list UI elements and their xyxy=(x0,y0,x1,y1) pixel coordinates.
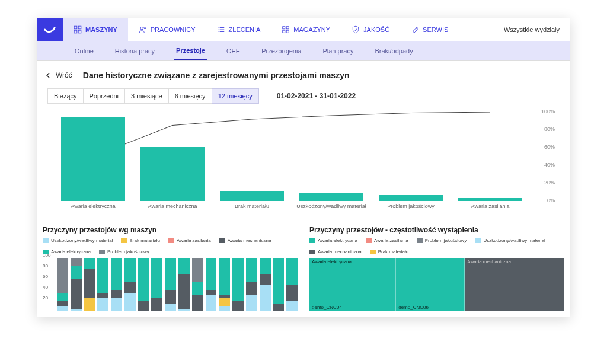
subnav-item[interactable]: Historia pracy xyxy=(113,43,157,59)
filter-bar: BieżącyPoprzedni3 miesiące6 miesięcy12 m… xyxy=(43,88,564,104)
svg-rect-15 xyxy=(287,30,289,33)
legend-item: Awaria zasilania xyxy=(366,238,408,243)
stacked-chart: 20406080100 xyxy=(43,258,298,311)
department-label: Wszystkie wydziały xyxy=(504,26,560,33)
stacked-column xyxy=(97,258,108,311)
x-label: Uszkodzony/wadliwy materiał xyxy=(292,201,371,209)
legend-item: Brak materiału xyxy=(121,238,160,243)
subnav-item[interactable]: OEE xyxy=(224,43,242,59)
shield-icon xyxy=(352,25,360,34)
page-title: Dane historyczne związane z zarejestrowa… xyxy=(83,71,350,80)
nav-label: MASZYNY xyxy=(85,26,117,33)
legend-item: Problem jakościowy xyxy=(99,249,149,254)
title-bar: Wróć Dane historyczne związane z zarejes… xyxy=(43,71,564,80)
back-label: Wróć xyxy=(56,71,72,79)
x-label: Awaria zasilania xyxy=(451,201,530,209)
legend-treemap: Awaria elektrycznaAwaria zasilaniaProble… xyxy=(309,238,564,254)
svg-rect-14 xyxy=(283,30,285,33)
range-button[interactable]: Bieżący xyxy=(47,88,84,104)
department-picker[interactable]: Wszystkie wydziały xyxy=(493,18,570,41)
legend-item: Uszkodzony/wadliwy materiał xyxy=(475,238,545,243)
panel-stacked-title: Przyczyny przestojów wg maszyn xyxy=(43,226,298,234)
nav-label: SERWIS xyxy=(423,26,448,33)
stacked-column xyxy=(219,258,230,311)
range-button[interactable]: 3 miesiące xyxy=(124,88,169,104)
legend-item: Awaria mechaniczna xyxy=(219,238,271,243)
back-button[interactable]: Wróć xyxy=(45,71,72,79)
stacked-column xyxy=(206,258,217,311)
nav-item-quality[interactable]: JAKOŚĆ xyxy=(341,18,400,41)
nav-label: PRACOWNICY xyxy=(151,26,196,33)
stacked-column xyxy=(124,258,136,311)
stacked-column xyxy=(57,258,68,311)
date-range: 01-02-2021 - 31-01-2022 xyxy=(277,92,356,100)
treemap-rect: Awaria mechaniczna xyxy=(465,258,564,311)
x-label: Awaria elektryczna xyxy=(53,201,133,209)
boxes-icon xyxy=(282,25,290,34)
stacked-column xyxy=(151,258,162,311)
nav-item-workers[interactable]: PRACOWNICY xyxy=(128,18,206,41)
svg-point-4 xyxy=(140,27,143,30)
range-button[interactable]: Poprzedni xyxy=(83,88,126,104)
sub-nav: OnlineHistoria pracyPrzestojeOEEPrzezbro… xyxy=(37,41,570,60)
nav-item-warehouses[interactable]: MAGAZYNY xyxy=(271,18,341,41)
legend-item: Awaria elektryczna xyxy=(309,238,357,243)
treemap-rect: Awaria elektrycznademo_CNC04 xyxy=(309,258,396,311)
panel-treemap-title: Przyczyny przestojów - częstotliwość wys… xyxy=(309,226,564,234)
pareto-x-labels: Awaria elektrycznaAwaria mechanicznaBrak… xyxy=(53,201,530,209)
svg-rect-0 xyxy=(74,26,77,29)
nav-label: ZLECENIA xyxy=(229,26,261,33)
subnav-item[interactable]: Braki/odpady xyxy=(372,43,415,59)
legend-item: Awaria zasilania xyxy=(168,238,211,243)
legend-item: Brak materiału xyxy=(370,249,409,254)
subnav-item[interactable]: Przestoje xyxy=(174,42,207,60)
list-icon xyxy=(217,25,225,34)
stacked-column xyxy=(192,258,203,311)
stacked-y-axis: 20406080100 xyxy=(43,258,56,311)
pareto-gridlines: 0%20%40%60%80%100% xyxy=(53,112,530,201)
wrench-icon xyxy=(411,25,419,34)
app-logo xyxy=(37,18,63,41)
nav-item-service[interactable]: SERWIS xyxy=(400,18,459,41)
stacked-column xyxy=(178,258,190,311)
content: Wróć Dane historyczne związane z zarejes… xyxy=(37,60,570,317)
range-button[interactable]: 6 miesięcy xyxy=(168,88,212,104)
subnav-item[interactable]: Online xyxy=(72,43,96,59)
svg-point-5 xyxy=(144,27,146,29)
svg-rect-2 xyxy=(74,30,77,33)
svg-rect-1 xyxy=(78,26,81,29)
nav-item-machines[interactable]: MASZYNY xyxy=(63,18,128,41)
panel-stacked: Przyczyny przestojów wg maszyn Uszkodzon… xyxy=(43,226,298,311)
nav-label: JAKOŚĆ xyxy=(363,26,389,33)
stacked-column xyxy=(232,258,244,311)
legend-stacked: Uszkodzony/wadliwy materiałBrak materiał… xyxy=(43,238,298,254)
stacked-column xyxy=(246,258,257,311)
stacked-column xyxy=(273,258,285,311)
legend-item: Awaria mechaniczna xyxy=(309,249,362,254)
top-nav-items: MASZYNYPRACOWNICYZLECENIAMAGAZYNYJAKOŚĆS… xyxy=(63,18,493,41)
x-label: Awaria mechaniczna xyxy=(133,201,212,209)
stacked-column xyxy=(71,258,82,311)
legend-item: Problem jakościowy xyxy=(417,238,467,243)
range-button[interactable]: 12 miesięcy xyxy=(212,88,259,104)
subnav-item[interactable]: Plan pracy xyxy=(320,43,356,59)
svg-rect-12 xyxy=(283,26,285,28)
top-nav: MASZYNYPRACOWNICYZLECENIAMAGAZYNYJAKOŚĆS… xyxy=(37,18,570,41)
svg-rect-13 xyxy=(287,26,289,28)
pareto-chart: 0%20%40%60%80%100% Awaria elektrycznaAwa… xyxy=(47,112,560,219)
stacked-column xyxy=(260,258,271,311)
app-window: MASZYNYPRACOWNICYZLECENIAMAGAZYNYJAKOŚĆS… xyxy=(37,18,570,317)
stacked-column xyxy=(111,258,122,311)
stacked-column xyxy=(286,258,298,311)
users-icon xyxy=(139,25,147,34)
subnav-item[interactable]: Przezbrojenia xyxy=(259,43,304,59)
stacked-column xyxy=(138,258,149,311)
legend-item: Uszkodzony/wadliwy materiał xyxy=(43,238,113,243)
lower-panels: Przyczyny przestojów wg maszyn Uszkodzon… xyxy=(43,226,564,311)
treemap-chart: Awaria elektrycznademo_CNC04demo_CNC06Aw… xyxy=(309,258,564,311)
range-buttons: BieżącyPoprzedni3 miesiące6 miesięcy12 m… xyxy=(43,88,259,104)
stacked-column xyxy=(165,258,176,311)
nav-item-orders[interactable]: ZLECENIA xyxy=(206,18,271,41)
panel-treemap: Przyczyny przestojów - częstotliwość wys… xyxy=(309,226,564,311)
treemap-rect: demo_CNC06 xyxy=(396,258,465,311)
